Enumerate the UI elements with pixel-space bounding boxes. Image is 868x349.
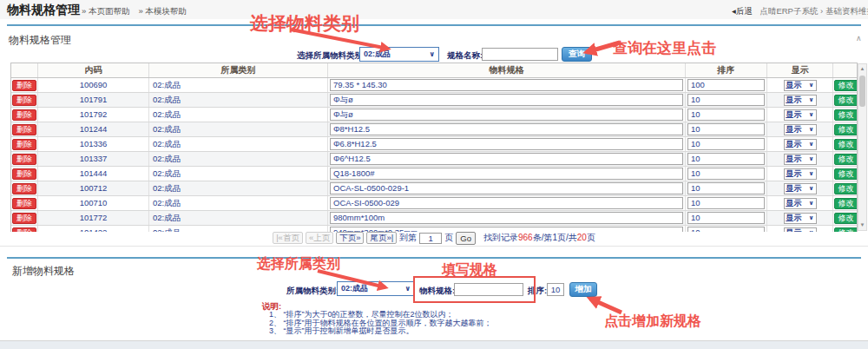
prev-page-button[interactable]: «上页	[306, 232, 333, 244]
breadcrumb-app[interactable]: 点晴ERP子系统	[760, 6, 818, 16]
row-spec-input[interactable]: Φ与ø	[330, 94, 683, 106]
table-row: 删除 101337 02:成品 Φ6^H12.5 10 显示 ∨ 修改	[11, 152, 857, 167]
spec-name-label: 规格名称:	[447, 50, 483, 62]
row-sort-input[interactable]: 10	[687, 94, 765, 106]
add-spec-label: 物料规格:	[419, 286, 455, 297]
row-display-select[interactable]: 显示 ∨	[784, 213, 817, 224]
col-header-sort: 排序	[685, 63, 766, 77]
row-code: 101791	[37, 93, 148, 107]
row-display-select[interactable]: 显示 ∨	[784, 168, 817, 180]
scroll-up-icon[interactable]: ▲	[858, 64, 866, 74]
breadcrumb: ◂后退 点晴ERP子系统 › 基础资料维护	[732, 6, 868, 17]
chevron-down-icon: ∨	[809, 122, 814, 136]
delete-button[interactable]: 删除	[12, 109, 36, 121]
delete-button[interactable]: 删除	[12, 198, 36, 209]
section-divider	[0, 246, 868, 247]
delete-button[interactable]: 删除	[12, 80, 36, 91]
chevron-down-icon: ∨	[809, 196, 814, 210]
chevron-down-icon: ∨	[809, 181, 814, 195]
modify-button[interactable]: 修改	[834, 198, 858, 209]
add-button[interactable]: 增加	[569, 282, 597, 297]
row-sort-input[interactable]: 10	[687, 153, 765, 165]
row-category: 02:成品	[148, 122, 327, 136]
delete-button[interactable]: 删除	[12, 139, 36, 150]
delete-button[interactable]: 删除	[12, 168, 36, 180]
add-sort-input[interactable]	[547, 283, 564, 296]
scroll-thumb[interactable]	[859, 76, 865, 107]
row-sort-input[interactable]: 10	[687, 168, 765, 180]
modify-button[interactable]: 修改	[834, 80, 858, 91]
row-sort-input[interactable]: 10	[687, 212, 765, 224]
collapse-icon[interactable]: ∧	[856, 34, 862, 43]
row-display-select[interactable]: 显示 ∨	[784, 95, 817, 106]
modify-button[interactable]: 修改	[834, 124, 858, 135]
delete-button[interactable]: 删除	[12, 183, 36, 194]
goto-page-input[interactable]	[419, 233, 442, 244]
row-display-select[interactable]: 显示 ∨	[784, 80, 817, 91]
row-spec-input[interactable]: Φ8*H12.5	[330, 123, 683, 135]
arrow-to-add-button-icon	[590, 299, 621, 313]
go-button[interactable]: Go	[456, 232, 476, 245]
help-module-link[interactable]: » 本模块帮助	[138, 6, 186, 17]
row-spec-input[interactable]: Φ6^H12.5	[330, 153, 683, 165]
spec-name-input[interactable]	[482, 48, 558, 61]
chevron-down-icon: ∨	[809, 211, 814, 225]
table-scrollbar[interactable]: ▲ ▼	[858, 63, 867, 231]
material-spec-table: 内码 所属类别 物料规格 排序 显示 删除 100690 02:成品 79.35…	[10, 63, 858, 232]
row-spec-input[interactable]: 980mm*100m	[330, 212, 683, 224]
modify-button[interactable]: 修改	[834, 183, 858, 194]
delete-button[interactable]: 删除	[12, 95, 36, 106]
panel-top-border	[7, 257, 861, 259]
row-spec-input[interactable]: 79.35 * 145.30	[330, 79, 683, 91]
chevron-down-icon: ∨	[809, 137, 814, 151]
help-page-link[interactable]: » 本页面帮助	[82, 6, 129, 17]
panel-top-border	[7, 24, 861, 26]
row-display-select[interactable]: 显示 ∨	[784, 139, 817, 150]
back-button[interactable]: ◂后退	[732, 6, 753, 16]
breadcrumb-section[interactable]: 基础资料维护	[825, 6, 868, 16]
row-sort-input[interactable]: 100	[687, 79, 765, 91]
chevron-down-icon: ∨	[809, 167, 814, 181]
row-display-select[interactable]: 显示 ∨	[784, 183, 817, 194]
last-page-button[interactable]: 尾页»|	[366, 232, 397, 244]
next-page-button[interactable]: 下页»	[336, 232, 364, 244]
table-row: 删除 100712 02:成品 OCA-SL-0500-029-1 10 显示 …	[11, 181, 857, 196]
row-category: 02:成品	[148, 167, 327, 181]
row-sort-input[interactable]: 10	[687, 109, 765, 121]
row-code: 101792	[37, 108, 148, 122]
breadcrumb-separator-icon: ›	[820, 6, 823, 16]
modify-button[interactable]: 修改	[834, 139, 858, 150]
row-sort-input[interactable]: 10	[687, 182, 765, 194]
row-spec-input[interactable]: Q18-1800#	[330, 168, 683, 180]
delete-button[interactable]: 删除	[12, 124, 36, 135]
first-page-button[interactable]: |«首页	[273, 232, 303, 244]
row-display-select[interactable]: 显示 ∨	[784, 124, 817, 135]
modify-button[interactable]: 修改	[834, 168, 858, 180]
add-spec-input[interactable]	[454, 283, 523, 296]
col-header-display: 显示	[766, 63, 832, 77]
delete-button[interactable]: 删除	[12, 213, 36, 224]
modify-button[interactable]: 修改	[834, 213, 858, 224]
add-category-select[interactable]: 02:成品 ∨	[337, 281, 415, 296]
modify-button[interactable]: 修改	[834, 109, 858, 121]
row-spec-input[interactable]: OCA-SI-0500-029	[330, 197, 683, 209]
row-sort-input[interactable]: 10	[687, 123, 765, 135]
modify-button[interactable]: 修改	[834, 154, 858, 165]
record-summary: 找到记录966条/第1页/共20页	[483, 232, 595, 244]
modify-button[interactable]: 修改	[834, 95, 858, 106]
row-spec-input[interactable]: OCA-SL-0500-029-1	[330, 182, 683, 194]
row-spec-input[interactable]: Φ6.8*H12.5	[330, 138, 683, 150]
table-row: 删除 101336 02:成品 Φ6.8*H12.5 10 显示 ∨ 修改	[11, 137, 857, 152]
category-filter-select[interactable]: 02:成品 ∨	[359, 47, 439, 62]
row-sort-input[interactable]: 10	[687, 197, 765, 209]
row-sort-input[interactable]: 10	[687, 138, 765, 150]
scroll-down-icon[interactable]: ▼	[858, 221, 866, 230]
add-sort-label: 排序:	[528, 286, 547, 297]
row-category: 02:成品	[148, 108, 327, 122]
row-display-select[interactable]: 显示 ∨	[784, 109, 817, 121]
delete-button[interactable]: 删除	[12, 154, 36, 165]
row-display-select[interactable]: 显示 ∨	[784, 198, 817, 209]
row-spec-input[interactable]: Φ与ø	[330, 109, 683, 121]
row-display-select[interactable]: 显示 ∨	[784, 154, 817, 165]
query-button[interactable]: 查询	[562, 47, 592, 62]
